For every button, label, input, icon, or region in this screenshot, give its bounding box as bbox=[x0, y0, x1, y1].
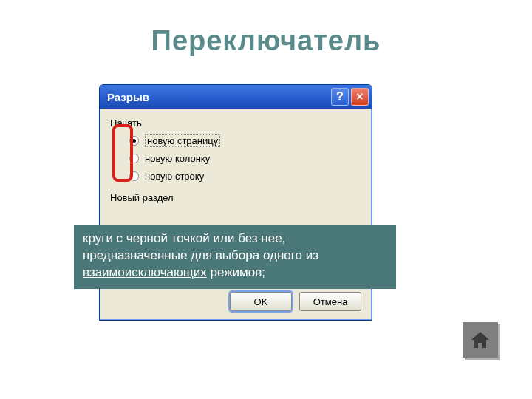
slide-title: Переключатель bbox=[0, 25, 532, 57]
radio-icon bbox=[129, 154, 139, 163]
radio-label: новую строку bbox=[145, 171, 204, 182]
caption-tail: режимов; bbox=[207, 265, 265, 279]
cancel-button[interactable]: Отмена bbox=[299, 292, 361, 311]
radio-icon bbox=[129, 136, 139, 146]
svg-marker-0 bbox=[471, 332, 489, 348]
titlebar[interactable]: Разрыв ? × bbox=[100, 85, 372, 109]
close-button[interactable]: × bbox=[351, 88, 369, 106]
dialog-title: Разрыв bbox=[107, 91, 331, 103]
dialog-button-row: OK Отмена bbox=[109, 290, 363, 311]
home-button[interactable] bbox=[463, 322, 498, 358]
group-start-label: Начать bbox=[110, 117, 363, 129]
group-section-label: Новый раздел bbox=[110, 192, 363, 203]
radio-label: новую колонку bbox=[145, 153, 210, 164]
radio-row-new-line[interactable]: новую строку bbox=[129, 168, 363, 183]
help-icon: ? bbox=[336, 90, 344, 103]
caption-box: круги с черной точкой или без нее, предн… bbox=[74, 225, 396, 289]
home-icon bbox=[469, 329, 491, 351]
radio-row-new-page[interactable]: новую страницу bbox=[129, 133, 363, 148]
radio-icon bbox=[129, 171, 139, 181]
radio-label: новую страницу bbox=[145, 134, 220, 147]
help-button[interactable]: ? bbox=[331, 88, 349, 106]
caption-line1: круги с черной точкой или без нее, bbox=[83, 231, 285, 245]
close-icon: × bbox=[356, 90, 363, 103]
ok-button[interactable]: OK bbox=[230, 292, 292, 311]
caption-line2: предназначенные для выбора одного из bbox=[83, 248, 318, 262]
radio-row-new-column[interactable]: новую колонку bbox=[129, 151, 363, 166]
caption-underlined: взаимоисключающих bbox=[83, 265, 207, 279]
